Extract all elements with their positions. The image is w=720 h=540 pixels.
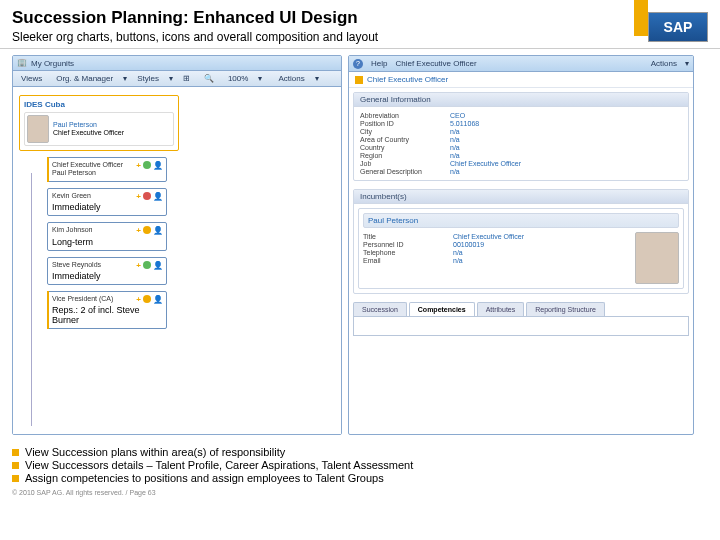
incumbent-row: TitleChief Executive Officer bbox=[363, 233, 629, 240]
info-row: General Descriptionn/a bbox=[360, 168, 682, 175]
tab-reporting-structure[interactable]: Reporting Structure bbox=[526, 302, 605, 316]
styles-dropdown[interactable]: Styles bbox=[133, 73, 163, 84]
incumbent-name: Paul Peterson bbox=[363, 213, 679, 228]
plus-icon[interactable]: + bbox=[136, 161, 141, 170]
info-value: 00100019 bbox=[453, 241, 484, 248]
info-row: JobChief Executive Officer bbox=[360, 160, 682, 167]
info-key: Region bbox=[360, 152, 450, 159]
general-info-section: General Information AbbreviationCEOPosit… bbox=[353, 92, 689, 181]
info-value: n/a bbox=[450, 152, 460, 159]
info-value: n/a bbox=[450, 128, 460, 135]
breadcrumb: Chief Executive Officer bbox=[395, 59, 476, 68]
bullet-text: Assign competencies to positions and ass… bbox=[25, 472, 384, 484]
position-card[interactable]: +👤Vice President (CA)Reps.: 2 of incl. S… bbox=[47, 291, 167, 329]
info-key: Telephone bbox=[363, 249, 453, 256]
bullet-icon bbox=[12, 475, 19, 482]
slide-title: Succession Planning: Enhanced UI Design bbox=[12, 8, 708, 28]
info-key: Country bbox=[360, 144, 450, 151]
info-row: Position ID5.011068 bbox=[360, 120, 682, 127]
incumbent-details: TitleChief Executive OfficerPersonnel ID… bbox=[363, 232, 629, 284]
info-value: CEO bbox=[450, 112, 465, 119]
position-card[interactable]: +👤Steve ReynoldsImmediately bbox=[47, 257, 167, 285]
help-icon[interactable]: ? bbox=[353, 59, 363, 69]
status-icon bbox=[143, 226, 151, 234]
position-card[interactable]: +👤Chief Executive OfficerPaul Peterson bbox=[47, 157, 167, 182]
actions-dropdown[interactable]: Actions bbox=[274, 73, 308, 84]
info-value: n/a bbox=[450, 144, 460, 151]
plus-icon[interactable]: + bbox=[136, 261, 141, 270]
info-row: Cityn/a bbox=[360, 128, 682, 135]
tab-succession[interactable]: Succession bbox=[353, 302, 407, 316]
detail-pane: ? Help Chief Executive Officer Actions▾ … bbox=[348, 55, 694, 435]
info-value: n/a bbox=[453, 249, 463, 256]
left-title: My Orgunits bbox=[31, 59, 74, 68]
org-manager-dropdown[interactable]: Org. & Manager bbox=[52, 73, 117, 84]
root-person-row[interactable]: Paul Peterson Chief Executive Officer bbox=[24, 112, 174, 146]
info-key: General Description bbox=[360, 168, 450, 175]
info-value: n/a bbox=[453, 257, 463, 264]
help-button[interactable]: Help bbox=[367, 58, 391, 69]
zoom-in-icon[interactable]: 🔍 bbox=[200, 73, 218, 84]
info-key: City bbox=[360, 128, 450, 135]
info-value: 5.011068 bbox=[450, 120, 479, 127]
general-info-header: General Information bbox=[354, 93, 688, 107]
position-subtitle: Immediately bbox=[52, 271, 162, 281]
slide-header: SAP Succession Planning: Enhanced UI Des… bbox=[0, 0, 720, 49]
position-card[interactable]: +👤Kevin GreenImmediately bbox=[47, 188, 167, 216]
right-actions-dropdown[interactable]: Actions bbox=[647, 58, 681, 69]
status-icon bbox=[143, 295, 151, 303]
bullet-item: View Succession plans within area(s) of … bbox=[12, 446, 708, 458]
position-header: Chief Executive Officer bbox=[349, 72, 693, 88]
left-toolbar: Views Org. & Manager▾ Styles▾ ⊞ 🔍 100%▾ … bbox=[13, 71, 341, 87]
tab-bar: SuccessionCompetenciesAttributesReportin… bbox=[353, 302, 689, 316]
person-icon: 👤 bbox=[153, 192, 163, 201]
info-row: Countryn/a bbox=[360, 144, 682, 151]
left-titlebar: 🏢 My Orgunits bbox=[13, 56, 341, 71]
position-holder: Paul Peterson bbox=[52, 169, 162, 177]
info-row: Area of Countryn/a bbox=[360, 136, 682, 143]
incumbent-row: Emailn/a bbox=[363, 257, 629, 264]
tab-attributes[interactable]: Attributes bbox=[477, 302, 525, 316]
status-icon bbox=[143, 161, 151, 169]
org-chart-body: IDES Cuba Paul Peterson Chief Executive … bbox=[13, 87, 341, 434]
tab-panel bbox=[353, 316, 689, 336]
orgunit-icon: 🏢 bbox=[17, 58, 27, 68]
expand-icon[interactable]: ⊞ bbox=[179, 73, 194, 84]
views-dropdown[interactable]: Views bbox=[17, 73, 46, 84]
slide-subtitle: Sleeker org charts, buttons, icons and o… bbox=[12, 30, 708, 44]
info-key: Area of Country bbox=[360, 136, 450, 143]
info-key: Email bbox=[363, 257, 453, 264]
person-icon: 👤 bbox=[153, 226, 163, 235]
bullet-icon bbox=[12, 462, 19, 469]
plus-icon[interactable]: + bbox=[136, 192, 141, 201]
incumbents-header: Incumbent(s) bbox=[354, 190, 688, 204]
general-info-body: AbbreviationCEOPosition ID5.011068Cityn/… bbox=[354, 107, 688, 180]
person-name: Paul Peterson bbox=[53, 121, 124, 129]
person-icon: 👤 bbox=[153, 295, 163, 304]
tab-competencies[interactable]: Competencies bbox=[409, 302, 475, 316]
info-value: n/a bbox=[450, 168, 460, 175]
bullet-text: View Succession plans within area(s) of … bbox=[25, 446, 285, 458]
bullet-item: Assign competencies to positions and ass… bbox=[12, 472, 708, 484]
avatar bbox=[27, 115, 49, 143]
flag-icon bbox=[355, 76, 363, 84]
incumbent-row: Personnel ID00100019 bbox=[363, 241, 629, 248]
info-value: Chief Executive Officer bbox=[450, 160, 521, 167]
plus-icon[interactable]: + bbox=[136, 226, 141, 235]
org-chart-pane: 🏢 My Orgunits Views Org. & Manager▾ Styl… bbox=[12, 55, 342, 435]
sap-logo: SAP bbox=[648, 12, 708, 42]
position-header-text: Chief Executive Officer bbox=[367, 75, 448, 84]
zoom-level[interactable]: 100% bbox=[224, 73, 252, 84]
brand-accent-bar bbox=[634, 0, 648, 36]
org-root-card[interactable]: IDES Cuba Paul Peterson Chief Executive … bbox=[19, 95, 179, 151]
status-icon bbox=[143, 261, 151, 269]
incumbent-card[interactable]: Paul Peterson TitleChief Executive Offic… bbox=[358, 208, 684, 289]
plus-icon[interactable]: + bbox=[136, 295, 141, 304]
info-key: Position ID bbox=[360, 120, 450, 127]
incumbent-row: Telephonen/a bbox=[363, 249, 629, 256]
incumbents-section: Incumbent(s) Paul Peterson TitleChief Ex… bbox=[353, 189, 689, 294]
position-card[interactable]: +👤Kim JohnsonLong-term bbox=[47, 222, 167, 250]
person-icon: 👤 bbox=[153, 261, 163, 270]
person-title: Chief Executive Officer bbox=[53, 129, 124, 137]
person-icon: 👤 bbox=[153, 161, 163, 170]
